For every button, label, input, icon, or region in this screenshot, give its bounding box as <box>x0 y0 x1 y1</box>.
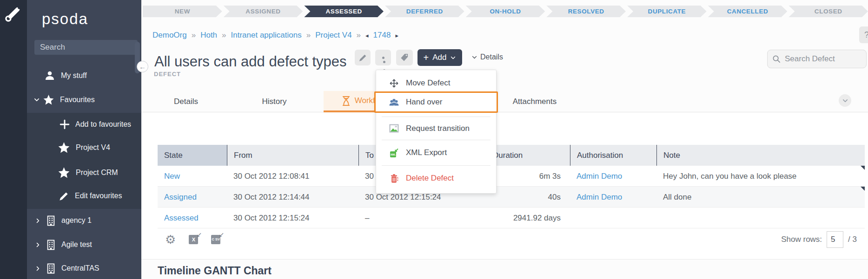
show-rows-input[interactable] <box>827 231 843 248</box>
tab-history[interactable]: History <box>249 91 300 112</box>
menu-item-request-transition[interactable]: Request transition <box>376 117 496 140</box>
state-link[interactable]: New <box>158 166 227 187</box>
sidebar-item-label: Edit favourites <box>75 192 122 200</box>
chevron-right-icon <box>35 218 41 224</box>
column-header-from[interactable]: From <box>227 145 358 166</box>
breadcrumb-link[interactable]: Intranet applications <box>231 31 302 40</box>
breadcrumb-separator: » <box>192 31 196 40</box>
sidebar-item-centraltas[interactable]: CentralTAS <box>27 258 141 279</box>
star-icon <box>58 142 70 154</box>
tab-details[interactable]: Details <box>160 91 212 112</box>
workflow-state-assigned[interactable]: ASSIGNED <box>224 6 303 17</box>
collapse-sidebar-button[interactable]: ← <box>137 61 148 72</box>
menu-item-xml-export[interactable]: XML XML Export <box>376 140 496 165</box>
tag-icon <box>400 53 409 62</box>
workflow-state-resolved[interactable]: RESOLVED <box>546 6 626 17</box>
star-icon <box>58 167 70 179</box>
breadcrumb-link[interactable]: Project V4 <box>315 31 351 40</box>
breadcrumb-link[interactable]: Hoth <box>200 31 217 40</box>
tab-attachments[interactable]: Attachments <box>504 91 565 112</box>
menu-item-label: Move Defect <box>406 78 450 88</box>
show-rows-label: Show rows: <box>781 235 822 244</box>
csv-export-button[interactable]: C SV ↙ <box>211 235 220 244</box>
authorisation-link[interactable]: Admin Demo <box>570 166 656 187</box>
spanner-logo-icon <box>4 4 23 23</box>
edit-button[interactable] <box>355 50 371 65</box>
column-header-note[interactable]: Note <box>656 145 865 166</box>
note-cell <box>656 208 865 228</box>
sidebar-item-label: Favourites <box>60 96 95 104</box>
person-icon <box>44 70 55 81</box>
menu-item-label: XML Export <box>406 148 447 157</box>
note-corner-marker <box>861 187 865 191</box>
next-item-icon[interactable]: ▸ <box>395 32 398 39</box>
details-toggle[interactable]: Details <box>471 53 503 61</box>
menu-item-hand-over[interactable]: Hand over <box>376 91 496 113</box>
note-text: All done <box>663 193 691 201</box>
tag-button[interactable] <box>396 50 413 65</box>
breadcrumb-separator: » <box>222 31 226 40</box>
chevron-down-icon <box>33 97 40 103</box>
duration-cell: 2941.92 days <box>486 208 570 228</box>
left-arrow-icon: ← <box>139 63 146 71</box>
workflow-state-duplicate[interactable]: DUPLICATE <box>627 6 707 17</box>
authorisation-link[interactable] <box>570 208 656 228</box>
table-settings-gear-icon[interactable]: ⚙ <box>165 234 176 246</box>
transition-icon <box>388 123 399 133</box>
sidebar-item-project-crm[interactable]: Project CRM <box>27 162 141 183</box>
item-type-label: DEFECT <box>154 71 181 78</box>
state-link[interactable]: Assigned <box>158 187 227 208</box>
menu-item-move-defect[interactable]: Move Defect <box>376 75 496 91</box>
breadcrumb-current-id[interactable]: 1748 <box>373 31 391 40</box>
defect-search-box <box>767 50 867 68</box>
gantt-section-heading: Timeline GANTT Chart <box>158 265 272 277</box>
sidebar-item-edit-favourites[interactable]: Edit favourites <box>27 186 141 206</box>
sidebar-item-project-v4[interactable]: Project V4 <box>27 137 141 158</box>
workflow-state-on-hold[interactable]: ON-HOLD <box>466 6 545 17</box>
prev-item-icon[interactable]: ◂ <box>365 32 369 39</box>
from-cell: 30 Oct 2012 12:15:24 <box>227 208 358 228</box>
workflow-state-new[interactable]: NEW <box>143 6 222 17</box>
defect-search-input[interactable] <box>785 54 855 64</box>
sidebar: psoda My stuff Favourites Add to favo <box>27 0 141 279</box>
sidebar-item-favourites[interactable]: Favourites <box>27 90 141 110</box>
sidebar-item-label: Agile test <box>61 240 92 249</box>
sidebar-item-label: agency 1 <box>61 216 92 225</box>
help-button[interactable]: ? <box>859 26 868 43</box>
page-title: All users can add defect types <box>154 53 347 70</box>
breadcrumb-link[interactable]: DemoOrg <box>152 31 187 40</box>
left-rail <box>0 0 27 279</box>
sidebar-item-agile-test[interactable]: Agile test <box>27 234 141 255</box>
question-mark-icon: ? <box>864 30 868 40</box>
workflow-state-assessed[interactable]: ASSESSED <box>304 6 384 17</box>
workflow-state-closed[interactable]: CLOSED <box>788 6 868 17</box>
chevron-right-icon <box>35 242 41 248</box>
sidebar-item-add-to-favourites[interactable]: Add to favourites <box>27 114 141 135</box>
building-icon <box>46 240 56 250</box>
tabs-overflow-button[interactable] <box>839 94 851 107</box>
column-header-duration[interactable]: Duration <box>486 145 570 166</box>
excel-export-button[interactable]: X ↙ <box>189 235 198 244</box>
trash-icon <box>388 174 399 183</box>
sidebar-item-label: Add to favourites <box>75 120 131 129</box>
psoda-logo[interactable]: psoda <box>42 10 88 28</box>
sidebar-item-label: CentralTAS <box>61 264 99 273</box>
move-icon <box>388 78 399 88</box>
column-header-state[interactable]: State <box>158 145 227 166</box>
state-link[interactable]: Assessed <box>158 208 227 228</box>
column-header-authorisation[interactable]: Authorisation <box>570 145 656 166</box>
more-actions-button[interactable] <box>375 50 391 65</box>
sidebar-search-input[interactable] <box>34 40 138 55</box>
sidebar-item-my-stuff[interactable]: My stuff <box>27 65 141 86</box>
favourites-subpanel: Add to favourites Project V4 Project CRM… <box>27 113 141 209</box>
building-icon <box>46 215 56 226</box>
workflow-state-cancelled[interactable]: CANCELLED <box>708 6 788 17</box>
add-button[interactable]: + Add <box>417 49 462 66</box>
workflow-state-deferred[interactable]: DEFERRED <box>385 6 464 17</box>
sidebar-item-agency-1[interactable]: agency 1 <box>27 210 141 231</box>
authorisation-link[interactable]: Admin Demo <box>570 187 656 208</box>
note-cell: Hey John, can you have a look please <box>656 166 865 187</box>
duration-cell: 6m 3s <box>486 166 570 187</box>
menu-item-delete-defect[interactable]: Delete Defect <box>376 166 496 191</box>
table-footer: ⚙ X ↙ C SV ↙ Show rows: / 3 <box>158 228 865 251</box>
